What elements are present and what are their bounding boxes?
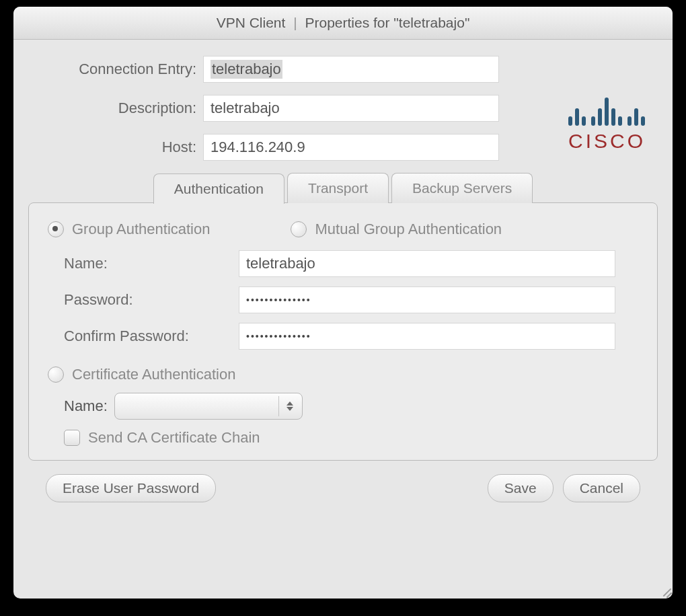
connection-entry-label: Connection Entry: xyxy=(28,61,203,78)
title-separator: | xyxy=(293,15,297,30)
connection-entry-input[interactable]: teletrabajo xyxy=(203,56,499,83)
group-auth-fields: Name: teletrabajo Password: ••••••••••••… xyxy=(64,250,638,350)
tab-panel-authentication: Group Authentication Mutual Group Authen… xyxy=(28,202,658,461)
tab-bar: Authentication Transport Backup Servers xyxy=(28,173,658,203)
tab-transport[interactable]: Transport xyxy=(287,173,389,203)
cert-auth-radio-item[interactable]: Certificate Authentication xyxy=(48,366,638,383)
confirm-password-row: Confirm Password: •••••••••••••• xyxy=(64,323,638,350)
cert-name-label: Name: xyxy=(64,397,108,415)
confirm-password-input[interactable]: •••••••••••••• xyxy=(239,323,615,350)
tabs-wrap: Authentication Transport Backup Servers … xyxy=(28,173,658,461)
password-label: Password: xyxy=(64,291,239,309)
ca-chain-checkbox[interactable] xyxy=(64,430,80,446)
title-props: Properties for "teletrabajo" xyxy=(305,15,469,30)
certificate-section: Certificate Authentication Name: xyxy=(48,366,638,447)
cisco-bars-icon xyxy=(568,93,646,126)
host-row: Host: 194.116.240.9 xyxy=(28,134,658,161)
cert-name-combo[interactable] xyxy=(114,393,303,420)
password-row: Password: •••••••••••••• xyxy=(64,286,638,313)
connection-entry-value: teletrabajo xyxy=(211,60,282,79)
description-input[interactable]: teletrabajo xyxy=(203,95,499,122)
ca-chain-row[interactable]: Send CA Certificate Chain xyxy=(64,429,638,447)
title-app: VPN Client xyxy=(217,15,286,30)
connection-entry-row: Connection Entry: teletrabajo xyxy=(28,56,658,83)
content-area: CISCO Connection Entry: teletrabajo Desc… xyxy=(13,40,673,502)
confirm-password-label: Confirm Password: xyxy=(64,328,239,345)
save-button[interactable]: Save xyxy=(488,474,554,502)
mutual-auth-label: Mutual Group Authentication xyxy=(315,221,502,238)
group-name-value: teletrabajo xyxy=(246,255,315,272)
password-input[interactable]: •••••••••••••• xyxy=(239,286,615,313)
mutual-auth-radio[interactable] xyxy=(291,221,307,237)
cancel-button[interactable]: Cancel xyxy=(563,474,640,502)
group-name-label: Name: xyxy=(64,255,239,272)
group-auth-label: Group Authentication xyxy=(72,221,210,238)
ca-chain-label: Send CA Certificate Chain xyxy=(88,429,260,447)
host-input[interactable]: 194.116.240.9 xyxy=(203,134,499,161)
cert-auth-radio[interactable] xyxy=(48,367,64,383)
group-auth-radio-item[interactable]: Group Authentication xyxy=(48,221,210,238)
description-row: Description: teletrabajo xyxy=(28,95,658,122)
password-value: •••••••••••••• xyxy=(246,295,311,305)
confirm-password-value: •••••••••••••• xyxy=(246,331,311,342)
cisco-wordmark: CISCO xyxy=(568,130,646,153)
description-label: Description: xyxy=(28,100,203,117)
resize-handle-icon[interactable] xyxy=(659,585,671,597)
tab-backup-servers[interactable]: Backup Servers xyxy=(391,173,533,203)
cisco-logo: CISCO xyxy=(568,93,646,153)
title-bar: VPN Client | Properties for "teletrabajo… xyxy=(13,7,673,40)
cert-name-row: Name: xyxy=(64,393,638,420)
cert-auth-label: Certificate Authentication xyxy=(72,366,235,383)
tab-authentication[interactable]: Authentication xyxy=(153,174,284,204)
vpn-properties-window: VPN Client | Properties for "teletrabajo… xyxy=(13,7,673,599)
combo-stepper-icon[interactable] xyxy=(278,396,298,416)
group-auth-radio[interactable] xyxy=(48,221,64,237)
host-value: 194.116.240.9 xyxy=(211,139,305,156)
description-value: teletrabajo xyxy=(211,100,280,117)
mutual-auth-radio-item[interactable]: Mutual Group Authentication xyxy=(291,221,502,238)
group-name-row: Name: teletrabajo xyxy=(64,250,638,277)
auth-mode-row: Group Authentication Mutual Group Authen… xyxy=(48,221,638,238)
erase-password-button[interactable]: Erase User Password xyxy=(46,474,216,502)
bottom-button-bar: Erase User Password Save Cancel xyxy=(28,461,658,502)
group-name-input[interactable]: teletrabajo xyxy=(239,250,615,277)
host-label: Host: xyxy=(28,139,203,156)
